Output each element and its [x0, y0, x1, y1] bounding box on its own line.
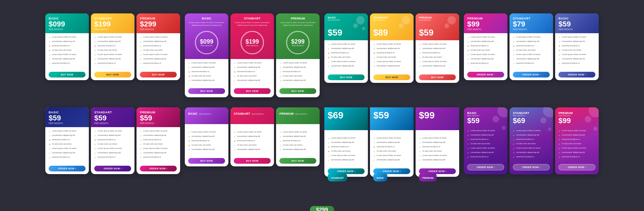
- check-icon: ✓: [234, 75, 236, 78]
- row-2: BASIC $59 PER MONTH ✓Lorem ipsum dolor s…: [17, 107, 627, 177]
- card-header: PREMIUM PER MONTH $59: [416, 13, 459, 40]
- x-icon: ✕: [188, 75, 190, 78]
- buy-now-button[interactable]: BUY NOW: [328, 74, 365, 80]
- buy-now-button[interactable]: BUY NOW: [373, 74, 410, 80]
- card-body: ✓Lorem ipsum dolor sit amet ✓consectetur…: [509, 127, 553, 162]
- per-month: PER MONTH: [140, 122, 154, 124]
- buy-now-button[interactable]: BUY NOW: [419, 74, 456, 80]
- check-icon: ✓: [188, 131, 190, 134]
- plan-name: STANDART: [234, 112, 250, 115]
- card-standart-fluid: $69 STANDART ✓Lorem ipsum dolor sit amet…: [324, 107, 368, 177]
- x-icon: ✕: [49, 143, 51, 146]
- check-icon: ✓: [94, 130, 96, 133]
- buy-now-button[interactable]: BUY NOW: [234, 158, 271, 164]
- card-body: ✓Lorem ipsum dolor sit amet ✓consectetur…: [91, 33, 135, 69]
- check-icon: ✓: [94, 54, 96, 56]
- card-basic-full-grad: BASIC PER MONTH $59 ✓Lorem ipsum dolor s…: [464, 107, 507, 174]
- per-month: PER MONTH: [373, 19, 385, 21]
- x-icon: ✕: [94, 45, 96, 48]
- feature-text: consectetur adipiscing elit: [377, 159, 400, 161]
- check-icon: ✓: [419, 150, 421, 153]
- check-icon: ✓: [467, 62, 469, 65]
- feature-text: Ut wisi enim ad minim: [98, 49, 117, 52]
- price: $59: [49, 114, 61, 122]
- plan-name: PREMIUM: [419, 16, 432, 19]
- feature-text: consectetur adipiscing elit: [377, 47, 400, 50]
- feature-text: consectetur adipiscing elit: [52, 134, 75, 137]
- price: $59: [558, 20, 571, 28]
- price: $79: [513, 20, 525, 28]
- order-now-button[interactable]: ORDER NOW ›: [558, 72, 595, 77]
- check-icon: ✓: [513, 58, 515, 61]
- order-now-button[interactable]: ORDER NOW ›: [94, 166, 131, 171]
- check-icon: ✓: [558, 147, 560, 150]
- feature-text: Lorem ipsum dolor sit amet: [471, 36, 495, 39]
- feature-text: Lorem ipsum dolor sit amet: [143, 130, 167, 133]
- check-icon: ✓: [513, 152, 515, 154]
- order-now-button[interactable]: ORDER NOW ›: [513, 72, 550, 77]
- feature-text: Lorem ipsum dolor sit amet: [422, 43, 446, 46]
- order-now-button[interactable]: ORDER NOW ›: [49, 166, 86, 171]
- card-body: ✓Lorem ipsum dolor sit amet ✓consectetur…: [276, 124, 320, 155]
- card-footer: BUY NOW: [230, 155, 274, 166]
- bubble-decoration: [442, 13, 459, 40]
- feature-text: Lorem ipsum dolor sit amet: [52, 36, 76, 39]
- check-icon: ✓: [373, 56, 375, 59]
- check-icon: ✓: [279, 66, 281, 69]
- x-icon: ✕: [328, 52, 330, 55]
- price: $099: [200, 39, 213, 45]
- buy-now-button[interactable]: BUY NOW: [188, 158, 225, 164]
- card-header: PREMIUM PER MONTH $99: [555, 107, 599, 127]
- order-now-button[interactable]: ORDER NOW ›: [140, 166, 177, 171]
- feature-text: Lorem ipsum dolor sit amet: [283, 131, 307, 134]
- buy-now-button[interactable]: BUY NOW: [188, 88, 225, 94]
- order-now-button[interactable]: ORDER NOW ›: [558, 164, 595, 170]
- x-icon: ✕: [467, 139, 469, 141]
- check-icon: ✓: [513, 147, 515, 150]
- feature-text: Lorem ipsum dolor sit amet: [283, 62, 307, 64]
- sub-text: Lorem ipsum dolor sit amet consectetur a…: [188, 21, 225, 27]
- buy-now-button[interactable]: BUY NOW: [140, 72, 177, 77]
- order-now-button[interactable]: ORDER NOW ›: [513, 164, 550, 170]
- feature-text: eiusmod tincidunt ut: [237, 70, 255, 73]
- feature-item: ✕Ut wisi enim ad minim: [49, 49, 86, 52]
- check-icon: ✓: [188, 62, 190, 65]
- check-icon: ✓: [279, 75, 281, 78]
- check-icon: ✓: [49, 156, 51, 159]
- check-icon: ✓: [279, 140, 281, 143]
- feature-text: Ut wisi enim ad minim: [237, 144, 257, 147]
- feature-item: ✓Lorem ipsum dolor sit amet: [49, 36, 86, 39]
- x-icon: ✕: [49, 139, 51, 142]
- feature-text: Lorem ipsum dolor sit amet: [471, 129, 495, 132]
- feature-text: Lorem ipsum dolor sit amet: [143, 53, 167, 56]
- order-now-button[interactable]: ORDER NOW ›: [467, 164, 504, 170]
- feature-item: ✓eiusmod tincidunt ut: [49, 62, 86, 65]
- feature-text: eiusmod tincidunt ut: [98, 139, 115, 141]
- check-icon: ✓: [234, 62, 236, 65]
- check-icon: ✓: [513, 36, 515, 39]
- card-body: ✓Lorem ipsum dolor sit amet ✓consectetur…: [416, 130, 459, 166]
- order-now-button[interactable]: ORDER NOW ›: [467, 72, 504, 77]
- feature-text: eiusmod tincidunt ut: [422, 146, 440, 148]
- check-icon: ✓: [49, 152, 51, 155]
- feature-text: consectetur adipiscing elit: [143, 58, 166, 60]
- x-icon: ✕: [373, 52, 375, 55]
- feature-text: Ut wisi enim ad minim: [471, 49, 490, 52]
- feature-text: Lorem ipsum dolor sit amet: [98, 53, 122, 56]
- per-month: PER MONTH: [252, 113, 264, 115]
- buy-now-button[interactable]: BUY NOW: [279, 158, 316, 164]
- buy-now-button[interactable]: BUY NOW: [94, 72, 131, 77]
- buy-now-button[interactable]: BUY NOW: [49, 72, 86, 77]
- card-standart-pink-circle: STANDART Lorem ipsum dolor sit amet cons…: [230, 13, 274, 97]
- buy-now-button[interactable]: BUY NOW: [234, 88, 271, 94]
- feature-text: consectetur adipiscing elit: [377, 141, 400, 144]
- per-month: PER MONTH: [292, 45, 304, 47]
- feature-text: Lorem ipsum dolor sit amet: [516, 147, 540, 150]
- check-icon: ✓: [140, 152, 142, 155]
- check-icon: ✓: [234, 80, 236, 82]
- check-icon: ✓: [94, 58, 96, 61]
- card-footer: ORDER NOW ›: [91, 163, 135, 174]
- check-icon: ✓: [49, 62, 51, 65]
- buy-now-button[interactable]: BUY NOW: [279, 88, 316, 94]
- check-icon: ✓: [140, 156, 142, 159]
